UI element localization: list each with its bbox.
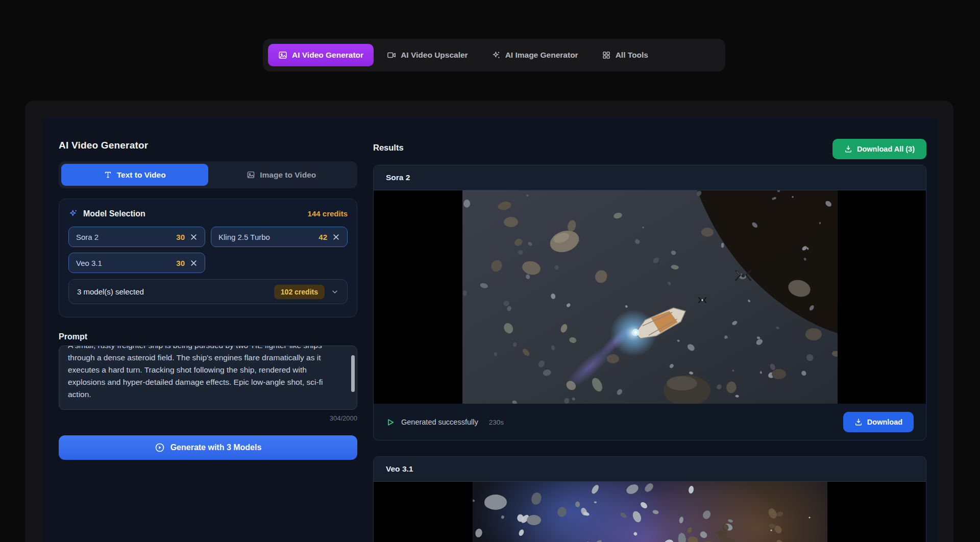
model-selector-dropdown[interactable]: 3 model(s) selected 102 credits	[68, 279, 348, 304]
play-icon[interactable]	[386, 418, 395, 427]
tab-label: AI Image Generator	[505, 51, 578, 60]
prompt-text: A small, rusty freighter ship is being p…	[68, 346, 346, 401]
main-card: AI Video Generator Text to Video Image t…	[25, 101, 953, 542]
play-circle-icon	[155, 442, 165, 453]
mode-text-to-video[interactable]: Text to Video	[61, 164, 208, 186]
prompt-input[interactable]: A small, rusty freighter ship is being p…	[59, 346, 357, 410]
total-credits: 144 credits	[308, 209, 348, 218]
mode-image-to-video[interactable]: Image to Video	[208, 164, 355, 186]
prompt-label: Prompt	[59, 332, 87, 341]
download-all-label: Download All (3)	[857, 145, 915, 153]
mode-label: Text to Video	[117, 170, 166, 180]
download-all-button[interactable]: Download All (3)	[832, 139, 926, 159]
model-selection-title: Model Selection	[83, 209, 303, 218]
model-selection-card: Model Selection 144 credits Sora 2 30 Kl…	[59, 199, 357, 317]
workspace-panel: AI Video Generator Text to Video Image t…	[42, 116, 938, 542]
char-counter: 304/2000	[59, 414, 357, 422]
tab-ai-video-generator[interactable]: AI Video Generator	[268, 44, 374, 66]
text-icon	[104, 170, 112, 179]
generate-button[interactable]: Generate with 3 Models	[59, 435, 357, 460]
model-credits: 30	[176, 233, 185, 241]
download-icon	[844, 145, 852, 153]
video-thumbnail-veo-31[interactable]	[374, 482, 926, 542]
image-icon	[247, 170, 255, 179]
prompt-scrollbar[interactable]	[351, 355, 355, 392]
tab-all-tools[interactable]: All Tools	[592, 44, 658, 66]
results-title: Results	[373, 143, 404, 153]
remove-model-icon[interactable]	[332, 233, 340, 241]
result-card-veo-31: Veo 3.1	[373, 456, 926, 542]
app-page: AI Video Generator AI Video Upscaler AI …	[0, 0, 980, 542]
download-icon	[854, 418, 863, 426]
remove-model-icon[interactable]	[190, 259, 198, 267]
duration-text: 230s	[489, 418, 504, 426]
tab-ai-image-generator[interactable]: AI Image Generator	[481, 44, 589, 66]
result-model-title: Veo 3.1	[374, 457, 926, 482]
download-label: Download	[867, 418, 902, 426]
model-credits: 42	[318, 233, 327, 241]
mode-label: Image to Video	[260, 170, 316, 180]
space-scene-veo	[473, 482, 827, 542]
model-name: Kling 2.5 Turbo	[218, 233, 313, 241]
model-chip-veo-31[interactable]: Veo 3.1 30	[68, 253, 205, 273]
model-name: Veo 3.1	[76, 259, 171, 267]
result-card-sora-2: Sora 2	[373, 165, 926, 440]
selected-count-label: 3 model(s) selected	[77, 287, 268, 296]
download-button[interactable]: Download	[843, 412, 914, 432]
tab-label: AI Video Generator	[292, 51, 363, 60]
tab-label: AI Video Upscaler	[401, 51, 468, 60]
sparkle-icon	[68, 209, 78, 218]
model-chips: Sora 2 30 Kling 2.5 Turbo 42 Veo 3.1 30	[68, 227, 348, 273]
model-chip-sora-2[interactable]: Sora 2 30	[68, 227, 205, 247]
credits-badge: 102 credits	[274, 285, 325, 299]
tab-label: All Tools	[616, 51, 648, 60]
video-generator-icon	[278, 51, 287, 60]
model-chip-kling-25-turbo[interactable]: Kling 2.5 Turbo 42	[211, 227, 348, 247]
chevron-down-icon	[331, 288, 339, 296]
video-thumbnail-sora-2[interactable]	[374, 190, 926, 404]
result-model-title: Sora 2	[374, 165, 926, 190]
space-scene-sora	[462, 190, 838, 404]
result-status-bar: Generated successfully 230s Download	[374, 404, 926, 440]
sparkles-icon	[492, 51, 501, 60]
model-credits: 30	[176, 259, 185, 267]
generate-label: Generate with 3 Models	[170, 443, 262, 452]
remove-model-icon[interactable]	[190, 233, 198, 241]
video-camera-icon	[387, 51, 396, 60]
status-text: Generated successfully	[401, 418, 478, 426]
grid-icon	[602, 51, 611, 60]
mode-toggle: Text to Video Image to Video	[59, 161, 357, 188]
page-title: AI Video Generator	[59, 140, 148, 151]
model-name: Sora 2	[76, 233, 171, 241]
tab-ai-video-upscaler[interactable]: AI Video Upscaler	[377, 44, 478, 66]
top-toolbar: AI Video Generator AI Video Upscaler AI …	[263, 39, 725, 71]
